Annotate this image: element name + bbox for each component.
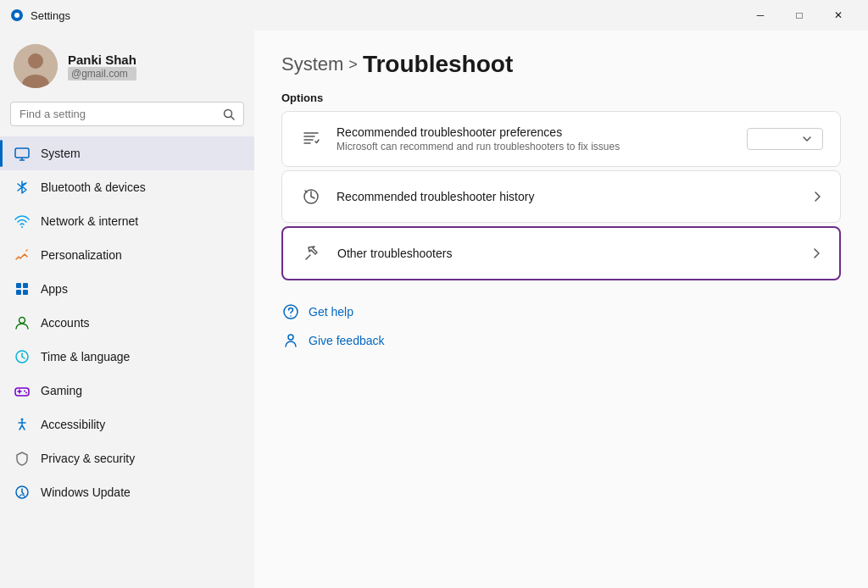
time-icon (14, 348, 31, 365)
bluetooth-icon (14, 179, 31, 196)
svg-point-2 (28, 53, 43, 69)
card-recommended-prefs[interactable]: Recommended troubleshooter preferences M… (281, 111, 841, 167)
svg-point-9 (21, 226, 23, 228)
privacy-icon (14, 450, 31, 467)
close-button[interactable]: ✕ (819, 0, 858, 31)
svg-rect-16 (15, 388, 29, 396)
system-icon (14, 145, 31, 162)
sidebar-item-label-accounts: Accounts (41, 316, 90, 330)
sidebar-item-gaming[interactable]: Gaming (0, 374, 254, 408)
svg-rect-12 (16, 290, 21, 295)
svg-point-14 (19, 318, 25, 324)
sidebar-item-apps[interactable]: Apps (0, 272, 254, 306)
accounts-icon (14, 314, 31, 331)
sidebar-item-label-accessibility: Accessibility (41, 418, 105, 431)
personalization-icon (14, 247, 31, 263)
sidebar-item-label-update: Windows Update (41, 485, 131, 499)
svg-point-26 (288, 335, 293, 340)
user-info: Panki Shah @gmail.com (68, 53, 136, 80)
dropdown-prefs[interactable] (747, 128, 823, 150)
sidebar-item-accessibility[interactable]: Accessibility (0, 408, 254, 441)
network-icon (14, 213, 31, 230)
apps-icon (14, 280, 31, 297)
chevron-down-icon (802, 134, 812, 144)
titlebar: Settings ─ □ ✕ (0, 0, 868, 31)
svg-point-25 (290, 315, 292, 317)
chevron-right-icon (811, 191, 823, 202)
card-other-title: Other troubleshooters (337, 247, 797, 260)
titlebar-title: Settings (31, 9, 70, 22)
card-other-action (810, 247, 822, 259)
user-section[interactable]: Panki Shah @gmail.com (0, 34, 254, 102)
sidebar-item-label-network: Network & internet (41, 214, 138, 228)
card-recommended-history[interactable]: Recommended troubleshooter history (281, 170, 841, 223)
app-body: Panki Shah @gmail.com (0, 31, 868, 588)
card-prefs-content: Recommended troubleshooter preferences M… (337, 125, 733, 153)
minimize-button[interactable]: ─ (741, 0, 780, 31)
other-troubleshooters-icon (300, 241, 324, 265)
avatar (14, 44, 58, 88)
settings-app-icon (10, 8, 24, 22)
svg-point-19 (24, 391, 25, 392)
chevron-right-icon-2 (810, 247, 822, 259)
breadcrumb: System > Troubleshoot (281, 51, 841, 78)
breadcrumb-separator: > (348, 56, 358, 74)
main-content: System > Troubleshoot Options Recommende… (254, 31, 868, 588)
help-icon (281, 302, 300, 321)
titlebar-controls: ─ □ ✕ (741, 0, 858, 31)
sidebar-item-update[interactable]: Windows Update (0, 475, 254, 509)
search-input[interactable] (19, 108, 216, 120)
card-history-content: Recommended troubleshooter history (337, 190, 798, 203)
svg-point-20 (25, 392, 27, 394)
sidebar-item-system[interactable]: System (0, 136, 254, 170)
titlebar-left: Settings (10, 8, 70, 22)
feedback-icon (281, 331, 300, 350)
search-icon (223, 108, 235, 120)
svg-rect-13 (23, 290, 28, 295)
sidebar-item-label-gaming: Gaming (41, 384, 82, 397)
sidebar-item-bluetooth[interactable]: Bluetooth & devices (0, 170, 254, 204)
card-prefs-action[interactable] (747, 128, 823, 150)
maximize-button[interactable]: □ (780, 0, 819, 31)
card-prefs-title: Recommended troubleshooter preferences (337, 125, 733, 139)
card-prefs-subtitle: Microsoft can recommend and run troubles… (337, 141, 733, 153)
nav-list: System Bluetooth & devices (0, 133, 254, 588)
svg-rect-11 (23, 283, 28, 288)
svg-line-5 (231, 116, 235, 119)
sidebar-item-label-apps: Apps (41, 282, 68, 296)
troubleshooter-prefs-icon (299, 127, 323, 151)
page-title: Troubleshoot (363, 51, 513, 78)
sidebar: Panki Shah @gmail.com (0, 31, 254, 588)
search-box[interactable] (10, 102, 244, 126)
accessibility-icon (14, 416, 31, 433)
card-other-content: Other troubleshooters (337, 247, 797, 260)
sidebar-item-label-system: System (41, 147, 81, 160)
sidebar-item-privacy[interactable]: Privacy & security (0, 441, 254, 475)
get-help-link[interactable]: Get help (281, 297, 841, 326)
svg-rect-10 (16, 283, 21, 288)
sidebar-item-network[interactable]: Network & internet (0, 204, 254, 238)
sidebar-item-label-time: Time & language (41, 350, 130, 363)
give-feedback-link[interactable]: Give feedback (281, 326, 841, 355)
svg-point-21 (21, 419, 24, 421)
breadcrumb-parent: System (281, 53, 343, 75)
links-section: Get help Give feedback (281, 297, 841, 355)
card-other-troubleshooters[interactable]: Other troubleshooters (281, 226, 841, 280)
update-icon (14, 484, 31, 501)
sidebar-item-label-privacy: Privacy & security (41, 452, 135, 465)
section-label: Options (281, 92, 841, 104)
user-email: @gmail.com (68, 67, 136, 80)
sidebar-item-time[interactable]: Time & language (0, 340, 254, 374)
user-name: Panki Shah (68, 53, 136, 67)
get-help-label: Get help (309, 305, 353, 319)
avatar-image (14, 44, 58, 88)
give-feedback-label: Give feedback (309, 334, 385, 347)
card-history-title: Recommended troubleshooter history (337, 190, 798, 203)
sidebar-item-label-bluetooth: Bluetooth & devices (41, 180, 146, 194)
sidebar-item-accounts[interactable]: Accounts (0, 306, 254, 340)
svg-rect-6 (15, 148, 29, 158)
sidebar-item-personalization[interactable]: Personalization (0, 238, 254, 272)
gaming-icon (14, 382, 31, 399)
sidebar-item-label-personalization: Personalization (41, 248, 122, 262)
troubleshooter-history-icon (299, 185, 323, 208)
